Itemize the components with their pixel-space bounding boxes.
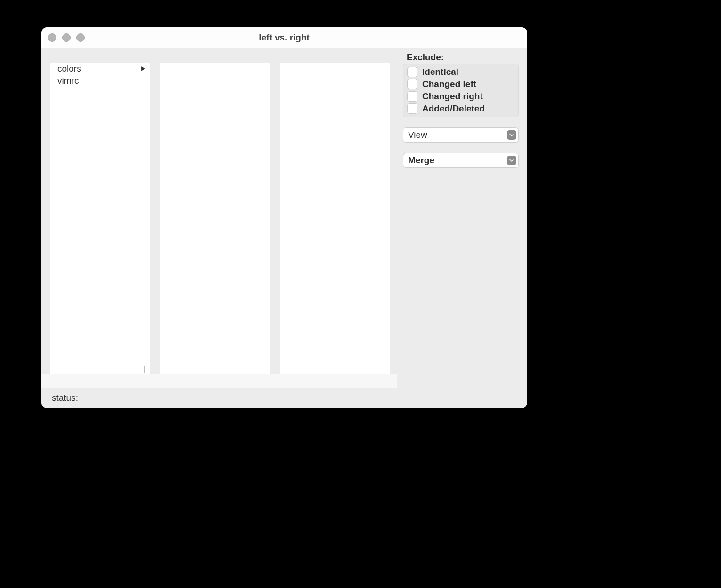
view-select[interactable]: View (403, 127, 519, 143)
chevron-down-icon (507, 156, 516, 165)
status-label: status: (52, 393, 78, 403)
panes: colors ▶ vimrc (41, 48, 397, 374)
left-diff-pane[interactable] (160, 63, 270, 374)
checkbox-label: Identical (422, 67, 458, 77)
tree-item-colors[interactable]: colors ▶ (50, 63, 150, 75)
pane-resize-handle[interactable] (143, 366, 149, 373)
window-controls (48, 33, 85, 42)
exclude-heading: Exclude: (403, 52, 519, 64)
right-diff-pane[interactable] (280, 63, 390, 374)
select-label: Merge (408, 155, 507, 166)
file-tree-pane[interactable]: colors ▶ vimrc (50, 63, 150, 374)
checkbox-label: Changed right (422, 91, 483, 102)
checkbox-identical[interactable] (407, 67, 417, 77)
main-area: colors ▶ vimrc (41, 48, 397, 388)
titlebar: left vs. right (41, 27, 527, 48)
close-icon[interactable] (48, 33, 56, 42)
exclude-changed-left-row[interactable]: Changed left (406, 78, 515, 90)
exclude-added-deleted-row[interactable]: Added/Deleted (406, 103, 515, 115)
exclude-changed-right-row[interactable]: Changed right (406, 90, 515, 103)
pane-footer-strip (41, 374, 397, 388)
checkbox-added-deleted[interactable] (407, 103, 417, 114)
tree-item-vimrc[interactable]: vimrc (50, 75, 150, 87)
select-label: View (408, 130, 507, 140)
tree-item-label: vimrc (57, 75, 146, 87)
checkbox-changed-right[interactable] (407, 91, 417, 102)
checkbox-label: Added/Deleted (422, 103, 485, 114)
chevron-down-icon (507, 130, 516, 140)
window-body: colors ▶ vimrc Exclude: (41, 48, 527, 388)
sidebar: Exclude: Identical Changed left Changed … (397, 48, 527, 388)
exclude-identical-row[interactable]: Identical (406, 66, 515, 78)
exclude-group: Identical Changed left Changed right Add… (403, 64, 519, 117)
tree-item-label: colors (57, 63, 141, 74)
merge-select[interactable]: Merge (403, 153, 519, 168)
chevron-right-icon[interactable]: ▶ (141, 65, 145, 72)
zoom-icon[interactable] (76, 33, 85, 42)
window-title: left vs. right (41, 32, 527, 43)
checkbox-label: Changed left (422, 79, 476, 89)
minimize-icon[interactable] (62, 33, 71, 42)
status-bar: status: (41, 388, 527, 408)
checkbox-changed-left[interactable] (407, 79, 417, 89)
app-window: left vs. right colors ▶ vimrc (41, 27, 527, 408)
